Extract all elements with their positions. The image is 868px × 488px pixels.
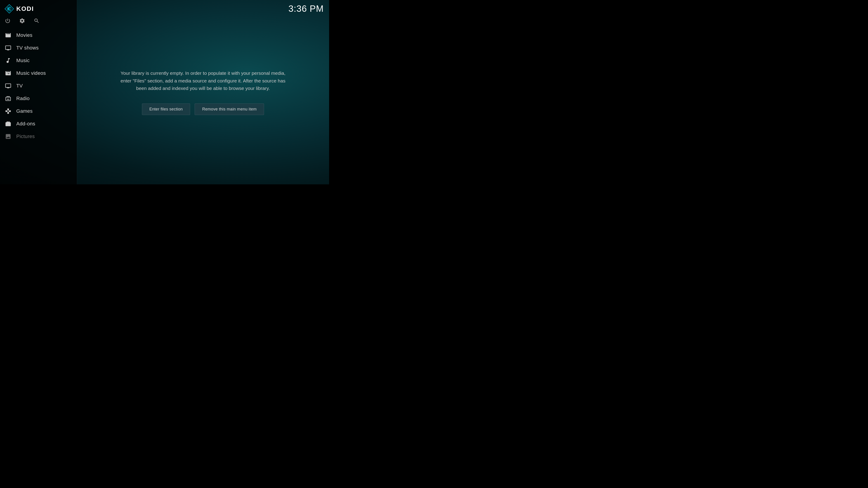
- time-display: 3:36 PM: [288, 4, 324, 14]
- tv-shows-label: TV shows: [16, 45, 39, 51]
- music-videos-icon: [4, 70, 12, 77]
- add-ons-label: Add-ons: [16, 121, 35, 127]
- movies-icon: [4, 32, 12, 39]
- main-content: Your library is currently empty. In orde…: [77, 0, 329, 184]
- sidebar-item-music-videos[interactable]: Music videos: [0, 67, 77, 79]
- sidebar-item-movies[interactable]: Movies: [0, 29, 77, 41]
- enter-files-button[interactable]: Enter files section: [142, 103, 190, 115]
- app-title: KODI: [16, 5, 34, 12]
- search-button[interactable]: [33, 18, 40, 24]
- movies-label: Movies: [16, 32, 33, 38]
- library-message-container: Your library is currently empty. In orde…: [110, 69, 296, 92]
- sidebar-divider: [77, 0, 77, 184]
- sidebar-item-tv-shows[interactable]: TV shows: [0, 41, 77, 54]
- remove-menu-item-button[interactable]: Remove this main menu item: [195, 103, 264, 115]
- tv-label: TV: [16, 83, 23, 89]
- kodi-logo: KODI: [4, 4, 34, 13]
- sidebar-item-pictures[interactable]: Pictures: [0, 130, 77, 143]
- sidebar-item-games[interactable]: Games: [0, 105, 77, 118]
- settings-button[interactable]: [19, 18, 25, 24]
- toolbar: [0, 16, 77, 28]
- sidebar-item-radio[interactable]: Radio: [0, 92, 77, 105]
- pictures-icon: [4, 133, 12, 140]
- music-icon: [4, 57, 12, 64]
- music-videos-label: Music videos: [16, 70, 46, 76]
- radio-label: Radio: [16, 96, 30, 101]
- music-label: Music: [16, 58, 30, 64]
- add-ons-icon: [4, 120, 12, 127]
- sidebar-item-music[interactable]: Music: [0, 54, 77, 67]
- app-header: KODI: [0, 0, 77, 16]
- games-label: Games: [16, 108, 33, 114]
- sidebar: KODI Movies: [0, 0, 77, 184]
- power-button[interactable]: [4, 18, 11, 24]
- kodi-icon: [4, 4, 14, 13]
- library-empty-text: Your library is currently empty. In orde…: [117, 69, 289, 92]
- sidebar-item-tv[interactable]: TV: [0, 79, 77, 92]
- pictures-label: Pictures: [16, 133, 35, 139]
- games-icon: [4, 107, 12, 115]
- tv-shows-icon: [4, 44, 12, 52]
- sidebar-item-add-ons[interactable]: Add-ons: [0, 118, 77, 130]
- nav-list: Movies TV shows Music: [0, 28, 77, 184]
- radio-icon: [4, 95, 12, 102]
- action-buttons: Enter files section Remove this main men…: [142, 103, 264, 115]
- tv-icon: [4, 82, 12, 90]
